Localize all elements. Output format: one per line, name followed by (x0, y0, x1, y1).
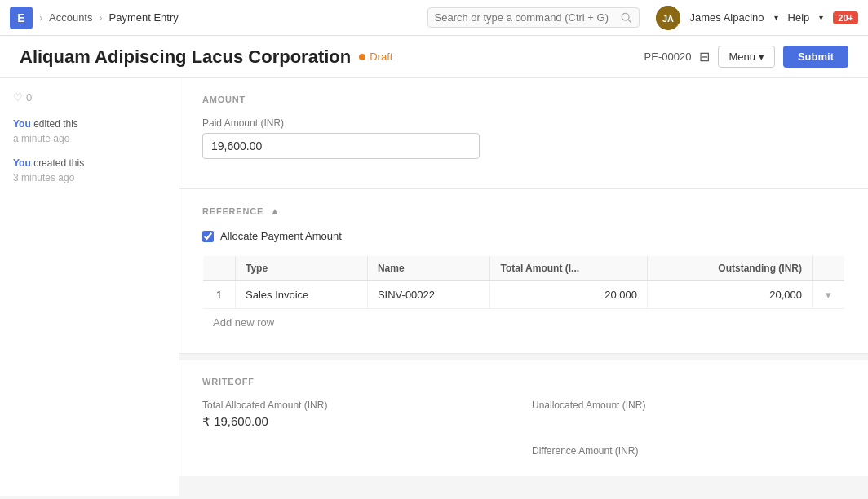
table-row: 1 Sales Invoice SINV-00022 20,000 20,000… (203, 281, 845, 309)
writeoff-section-label: WRITEOFF (202, 377, 845, 386)
add-row-row: Add new row (203, 309, 845, 337)
amount-section: AMOUNT Paid Amount (INR) (179, 78, 868, 189)
row-type-1: Sales Invoice (236, 281, 368, 309)
svg-text:JA: JA (662, 14, 673, 24)
writeoff-grid: Total Allocated Amount (INR) ₹ 19,600.00… (202, 400, 845, 460)
heart-row: ♡ 0 (13, 91, 166, 104)
col-type: Type (236, 256, 368, 281)
activity-time-1: 3 minutes ago (13, 172, 74, 183)
status-badge: Draft (359, 51, 392, 63)
activity-item-1: You created this 3 minutes ago (13, 156, 166, 185)
heart-icon[interactable]: ♡ (13, 91, 23, 104)
search-input[interactable] (435, 11, 616, 24)
menu-button[interactable]: Menu ▾ (718, 46, 775, 68)
print-icon[interactable]: ⊟ (699, 49, 710, 64)
col-num (203, 256, 236, 281)
difference-label: Difference Amount (INR) (532, 445, 845, 457)
search-bar[interactable] (427, 7, 640, 28)
activity-action-0: edited this (33, 118, 78, 130)
row-num-1: 1 (203, 281, 236, 309)
writeoff-section: WRITEOFF Total Allocated Amount (INR) ₹ … (179, 360, 868, 476)
nav-right: JA James Alpacino ▾ Help ▾ 20+ (656, 6, 858, 30)
main-content: AMOUNT Paid Amount (INR) REFERENCE ▲ All… (179, 78, 868, 496)
difference-field: Difference Amount (INR) (532, 445, 845, 460)
breadcrumb-payment-entry: Payment Entry (108, 11, 178, 24)
total-allocated-value: ₹ 19,600.00 (202, 414, 516, 429)
status-label: Draft (370, 51, 392, 63)
doc-id: PE-00020 (644, 51, 692, 63)
breadcrumb-sep-2: › (99, 12, 102, 24)
user-name[interactable]: James Alpacino (690, 11, 764, 24)
unallocated-field: Unallocated Amount (INR) (532, 400, 845, 429)
sidebar: ♡ 0 You edited this a minute ago You cre… (0, 78, 179, 496)
allocate-checkbox-row: Allocate Payment Amount (202, 230, 845, 242)
breadcrumb-sep-1: › (39, 12, 42, 24)
heart-count: 0 (26, 91, 32, 104)
breadcrumb-accounts[interactable]: Accounts (49, 11, 92, 24)
dropdown-arrow-icon[interactable]: ▾ (826, 289, 831, 301)
activity-item-0: You edited this a minute ago (13, 117, 166, 146)
help-caret-icon[interactable]: ▾ (819, 13, 823, 22)
svg-line-1 (628, 20, 631, 22)
col-action (813, 256, 845, 281)
reference-header: REFERENCE ▲ (202, 205, 845, 217)
search-icon (621, 12, 632, 24)
activity-action-1: created this (33, 157, 84, 169)
paid-amount-field: Paid Amount (INR) (202, 117, 845, 159)
menu-label: Menu (728, 51, 755, 63)
main-layout: ♡ 0 You edited this a minute ago You cre… (0, 78, 868, 496)
col-total: Total Amount (I... (490, 256, 648, 281)
total-allocated-field: Total Allocated Amount (INR) ₹ 19,600.00 (202, 400, 516, 429)
row-total-1: 20,000 (490, 281, 648, 309)
activity-actor-1: You (13, 157, 31, 169)
draft-dot (359, 54, 365, 60)
header-actions: PE-00020 ⊟ Menu ▾ Submit (644, 46, 848, 68)
doc-title-group: Aliquam Adipiscing Lacus Corporation Dra… (20, 46, 392, 68)
allocate-label[interactable]: Allocate Payment Amount (220, 230, 342, 242)
col-name: Name (367, 256, 490, 281)
table-header-row: Type Name Total Amount (I... Outstanding… (203, 256, 845, 281)
add-row-cell: Add new row (203, 309, 845, 337)
unallocated-label: Unallocated Amount (INR) (532, 400, 845, 411)
menu-caret-icon: ▾ (759, 51, 764, 63)
reference-section-label: REFERENCE (202, 206, 264, 216)
app-icon[interactable]: E (10, 7, 33, 29)
total-allocated-label: Total Allocated Amount (INR) (202, 400, 516, 411)
reference-table: Type Name Total Amount (I... Outstanding… (202, 255, 845, 337)
collapse-icon[interactable]: ▲ (270, 205, 280, 217)
page-header: Aliquam Adipiscing Lacus Corporation Dra… (0, 36, 868, 78)
add-new-row-button[interactable]: Add new row (213, 316, 274, 329)
amount-section-label: AMOUNT (202, 95, 845, 104)
row-outstanding-1: 20,000 (647, 281, 812, 309)
avatar-img: JA (656, 6, 680, 30)
row-name-1: SINV-00022 (367, 281, 490, 309)
col-outstanding: Outstanding (INR) (647, 256, 812, 281)
row-dropdown-1[interactable]: ▾ (813, 281, 845, 309)
activity-actor-0: You (13, 118, 31, 130)
submit-button[interactable]: Submit (783, 46, 848, 68)
avatar: JA (656, 6, 680, 30)
reference-section: REFERENCE ▲ Allocate Payment Amount Type… (179, 189, 868, 354)
user-caret-icon[interactable]: ▾ (774, 13, 778, 22)
doc-title-text: Aliquam Adipiscing Lacus Corporation (20, 46, 351, 68)
paid-amount-input[interactable] (202, 133, 480, 159)
allocate-checkbox[interactable] (202, 231, 214, 242)
help-button[interactable]: Help (788, 11, 810, 24)
paid-amount-label: Paid Amount (INR) (202, 117, 845, 129)
notifications-badge[interactable]: 20+ (833, 11, 858, 24)
top-nav: E › Accounts › Payment Entry JA James Al… (0, 0, 868, 36)
activity-time-0: a minute ago (13, 133, 69, 144)
